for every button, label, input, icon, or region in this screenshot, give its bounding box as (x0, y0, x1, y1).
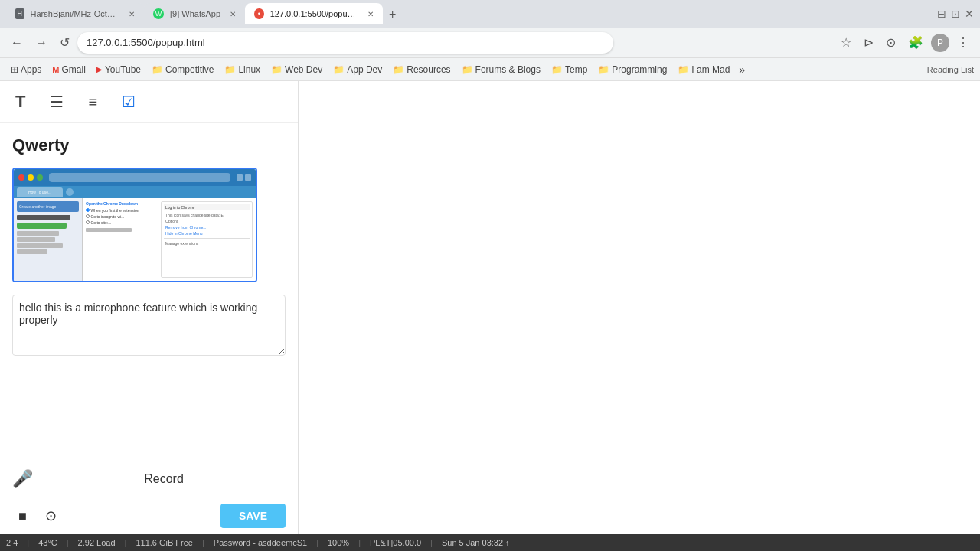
bookmark-youtube[interactable]: ▶ YouTube (92, 63, 145, 77)
tab3-close[interactable]: ✕ (368, 10, 374, 18)
competitive-label: Competitive (165, 64, 214, 75)
popup-title: Qwerty (12, 135, 286, 155)
bookmark-competitive[interactable]: 📁 Competitive (147, 63, 218, 77)
tab2-title: [9] WhatsApp (170, 9, 220, 18)
numbered-icon: ≡ (88, 93, 97, 110)
tab-1[interactable]: H HarshBjani/MHz-Octslash: ... ✕ (6, 3, 144, 24)
screenshot-thumbnail: How To use... Create another image (12, 168, 257, 282)
sc-radio2 (86, 214, 90, 218)
bookmark-programming[interactable]: 📁 Programming (593, 63, 671, 77)
bookmark-gmail[interactable]: M Gmail (47, 63, 90, 77)
tab3-favicon: • (254, 8, 264, 19)
note-textarea[interactable]: hello this is a microphone feature which… (12, 295, 286, 356)
sc-divider (164, 238, 250, 239)
tab-2[interactable]: W [9] WhatsApp ✕ (144, 3, 245, 24)
menu-button[interactable]: ⋮ (952, 32, 974, 53)
status-bar: 2 4 | 43°C | 2.92 Load | 111.6 GiB Free … (0, 534, 980, 551)
save-button[interactable]: SAVE (220, 504, 286, 528)
platform-indicator: PL&T|05.00.0 (370, 538, 421, 547)
reload-button[interactable]: ↺ (55, 32, 74, 53)
gmail-icon: M (52, 65, 59, 74)
screenshot-button[interactable]: ⊙ (881, 32, 900, 53)
sc-tab1: How To use... (17, 187, 63, 197)
camera-icon: ⊙ (45, 508, 57, 523)
status-sep5: | (316, 538, 318, 547)
profile-avatar[interactable]: P (931, 34, 949, 52)
bookmark-webdev[interactable]: 📁 Web Dev (266, 63, 327, 77)
forums-label: Forums & Blogs (475, 64, 541, 75)
tab2-favicon: W (153, 8, 164, 19)
sc-left-column: Open the Chrome Dropdown When you first … (86, 201, 158, 278)
sc-option2: Go to incognito wi... (86, 214, 158, 219)
sc-bar4 (17, 243, 63, 248)
free-space-indicator: 111.6 GiB Free (136, 538, 193, 547)
record-button[interactable]: 🎤 Record (0, 461, 298, 497)
sc-address-bar (49, 173, 230, 182)
workspace-indicator: 2 4 (6, 538, 18, 547)
status-sep7: | (430, 538, 433, 547)
bookmark-star-button[interactable]: ☆ (836, 32, 856, 53)
status-sep1: | (27, 538, 29, 547)
bookmark-resources[interactable]: 📁 Resources (388, 63, 455, 77)
sc-header-icons (237, 174, 251, 181)
address-bar[interactable] (77, 32, 613, 54)
platform-value: PL&T|05.00.0 (370, 538, 421, 547)
appdev-icon: 📁 (333, 64, 345, 75)
cast-button[interactable]: ⊳ (859, 32, 878, 53)
minimize-area: ⊟ (937, 8, 946, 20)
popup-content: Qwerty (0, 123, 298, 461)
text-format-button[interactable]: T (12, 89, 28, 115)
browser-window: H HarshBjani/MHz-Octslash: ... ✕ W [9] W… (0, 0, 980, 551)
bookmarks-more[interactable]: » (739, 64, 745, 76)
extension-button[interactable]: 🧩 (903, 32, 928, 53)
gmail-label: Gmail (62, 64, 86, 75)
load-indicator: 2.92 Load (78, 538, 116, 547)
resources-icon: 📁 (393, 64, 404, 75)
bookmark-appdev[interactable]: 📁 App Dev (328, 63, 387, 77)
screenshot-action-button[interactable]: ⊙ (39, 504, 63, 527)
new-tab-button[interactable]: + (383, 5, 402, 24)
tab2-close[interactable]: ✕ (230, 10, 236, 18)
bookmark-linux[interactable]: 📁 Linux (220, 63, 265, 77)
temp-icon: 📁 (551, 64, 563, 75)
temperature-indicator: 43°C (38, 538, 57, 547)
password-indicator: Password - asddeemcS1 (214, 538, 307, 547)
status-sep4: | (202, 538, 204, 547)
bookmark-forums[interactable]: 📁 Forums & Blogs (457, 63, 545, 77)
sc-bar2 (17, 231, 59, 236)
load-value: 2.92 Load (78, 538, 116, 547)
sc-dot-red (18, 174, 24, 181)
bullet-list-button[interactable]: ☰ (47, 90, 67, 114)
bookmark-temp[interactable]: 📁 Temp (547, 63, 592, 77)
bookmark-action-button[interactable]: ■ (12, 505, 33, 527)
tab1-title: HarshBjani/MHz-Octslash: ... (31, 9, 119, 18)
tab1-close[interactable]: ✕ (129, 10, 135, 18)
sc-option3: Go to site:... (86, 220, 158, 225)
time-value: Sun 5 Jan 03:32 ↑ (442, 538, 510, 547)
sc-menu-title: Log in to Chrome (164, 204, 250, 210)
bookmark-apps[interactable]: ⊞ Apps (6, 63, 46, 77)
reading-list-label: Reading List (927, 65, 974, 74)
close-area: ✕ (965, 8, 974, 20)
tab3-title: 127.0.0.1:5500/popup.ht... (270, 9, 358, 18)
programming-icon: 📁 (598, 64, 609, 75)
numbered-list-button[interactable]: ≡ (85, 90, 100, 114)
sc-create-btn: Create another image (17, 201, 79, 212)
checkbox-button[interactable]: ☑ (119, 90, 139, 114)
status-sep2: | (67, 538, 69, 547)
tab-3[interactable]: • 127.0.0.1:5500/popup.ht... ✕ (245, 3, 383, 24)
forward-button[interactable]: → (31, 33, 52, 53)
title-bar: H HarshBjani/MHz-Octslash: ... ✕ W [9] W… (0, 0, 980, 28)
sc-new-tab (66, 188, 74, 196)
page-area: T ☰ ≡ ☑ Qwerty (0, 81, 980, 534)
tab1-favicon: H (15, 8, 24, 19)
forums-icon: 📁 (462, 64, 473, 75)
popup-toolbar: T ☰ ≡ ☑ (0, 81, 298, 123)
bookmark-iammad[interactable]: 📁 I am Mad (673, 63, 734, 77)
sc-bar5 (17, 249, 47, 254)
apps-icon: ⊞ (11, 64, 18, 75)
sc-label1 (17, 215, 70, 220)
status-sep6: | (358, 538, 361, 547)
back-button[interactable]: ← (6, 33, 28, 53)
sc-menu-item3: Remove from Chrome... (164, 224, 250, 230)
